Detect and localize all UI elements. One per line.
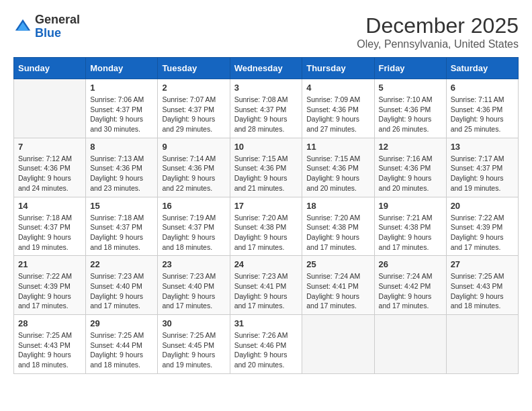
- calendar-cell: 23Sunrise: 7:23 AM Sunset: 4:40 PM Dayli…: [158, 256, 230, 315]
- day-number: 10: [234, 142, 298, 152]
- day-number: 7: [18, 142, 81, 152]
- day-content: Sunrise: 7:08 AM Sunset: 4:37 PM Dayligh…: [234, 95, 298, 134]
- day-content: Sunrise: 7:21 AM Sunset: 4:38 PM Dayligh…: [379, 213, 442, 253]
- day-number: 14: [18, 201, 81, 211]
- day-number: 28: [18, 318, 81, 328]
- day-content: Sunrise: 7:16 AM Sunset: 4:36 PM Dayligh…: [379, 154, 442, 193]
- calendar-cell: 10Sunrise: 7:15 AM Sunset: 4:36 PM Dayli…: [230, 138, 302, 197]
- day-content: Sunrise: 7:11 AM Sunset: 4:36 PM Dayligh…: [451, 95, 514, 134]
- calendar-cell: 12Sunrise: 7:16 AM Sunset: 4:36 PM Dayli…: [374, 138, 446, 197]
- day-content: Sunrise: 7:25 AM Sunset: 4:44 PM Dayligh…: [90, 330, 153, 370]
- day-content: Sunrise: 7:06 AM Sunset: 4:37 PM Dayligh…: [90, 95, 153, 134]
- calendar-cell: 17Sunrise: 7:20 AM Sunset: 4:38 PM Dayli…: [230, 197, 302, 256]
- day-content: Sunrise: 7:07 AM Sunset: 4:37 PM Dayligh…: [162, 95, 225, 134]
- day-content: Sunrise: 7:15 AM Sunset: 4:36 PM Dayligh…: [234, 154, 298, 193]
- logo-text: General Blue: [35, 13, 80, 40]
- day-content: Sunrise: 7:24 AM Sunset: 4:42 PM Dayligh…: [379, 271, 442, 311]
- day-number: 9: [162, 142, 225, 152]
- day-content: Sunrise: 7:23 AM Sunset: 4:41 PM Dayligh…: [234, 271, 298, 311]
- day-number: 29: [90, 318, 153, 328]
- day-number: 5: [379, 83, 442, 93]
- day-number: 16: [162, 201, 225, 211]
- day-number: 21: [18, 259, 81, 269]
- calendar-cell: 16Sunrise: 7:19 AM Sunset: 4:37 PM Dayli…: [158, 197, 230, 256]
- day-number: 12: [379, 142, 442, 152]
- calendar-cell: 28Sunrise: 7:25 AM Sunset: 4:43 PM Dayli…: [14, 315, 86, 374]
- logo-icon: [13, 17, 32, 36]
- calendar-table: SundayMondayTuesdayWednesdayThursdayFrid…: [13, 57, 519, 374]
- calendar-cell: 8Sunrise: 7:13 AM Sunset: 4:36 PM Daylig…: [86, 138, 158, 197]
- calendar-cell: 2Sunrise: 7:07 AM Sunset: 4:37 PM Daylig…: [158, 79, 230, 138]
- calendar-cell: 26Sunrise: 7:24 AM Sunset: 4:42 PM Dayli…: [374, 256, 446, 315]
- calendar-cell: [446, 315, 518, 374]
- calendar-cell: 11Sunrise: 7:15 AM Sunset: 4:36 PM Dayli…: [302, 138, 374, 197]
- day-number: 3: [234, 83, 298, 93]
- day-content: Sunrise: 7:13 AM Sunset: 4:36 PM Dayligh…: [90, 154, 153, 193]
- day-number: 13: [451, 142, 514, 152]
- calendar-day-header: Monday: [86, 58, 158, 79]
- logo-general: General: [35, 13, 80, 27]
- day-content: Sunrise: 7:19 AM Sunset: 4:37 PM Dayligh…: [162, 213, 225, 253]
- day-content: Sunrise: 7:12 AM Sunset: 4:36 PM Dayligh…: [18, 154, 81, 193]
- day-number: 11: [306, 142, 369, 152]
- day-number: 15: [90, 201, 153, 211]
- day-content: Sunrise: 7:22 AM Sunset: 4:39 PM Dayligh…: [18, 271, 81, 311]
- day-number: 20: [451, 201, 514, 211]
- calendar-cell: 29Sunrise: 7:25 AM Sunset: 4:44 PM Dayli…: [86, 315, 158, 374]
- calendar-cell: 14Sunrise: 7:18 AM Sunset: 4:37 PM Dayli…: [14, 197, 86, 256]
- calendar-cell: 4Sunrise: 7:09 AM Sunset: 4:36 PM Daylig…: [302, 79, 374, 138]
- calendar-cell: 20Sunrise: 7:22 AM Sunset: 4:39 PM Dayli…: [446, 197, 518, 256]
- calendar-day-header: Tuesday: [158, 58, 230, 79]
- day-content: Sunrise: 7:18 AM Sunset: 4:37 PM Dayligh…: [18, 213, 81, 253]
- day-content: Sunrise: 7:25 AM Sunset: 4:45 PM Dayligh…: [162, 330, 225, 370]
- day-content: Sunrise: 7:20 AM Sunset: 4:38 PM Dayligh…: [234, 213, 298, 253]
- day-number: 31: [234, 318, 298, 328]
- calendar-week-row: 1Sunrise: 7:06 AM Sunset: 4:37 PM Daylig…: [14, 79, 519, 138]
- location-subtitle: Oley, Pennsylvania, United States: [357, 38, 519, 50]
- day-content: Sunrise: 7:18 AM Sunset: 4:37 PM Dayligh…: [90, 213, 153, 253]
- day-number: 24: [234, 259, 298, 269]
- calendar-cell: 22Sunrise: 7:23 AM Sunset: 4:40 PM Dayli…: [86, 256, 158, 315]
- calendar-day-header: Friday: [374, 58, 446, 79]
- title-block: December 2025 Oley, Pennsylvania, United…: [357, 13, 519, 50]
- calendar-cell: [14, 79, 86, 138]
- calendar-cell: 18Sunrise: 7:20 AM Sunset: 4:38 PM Dayli…: [302, 197, 374, 256]
- day-number: 30: [162, 318, 225, 328]
- calendar-cell: 3Sunrise: 7:08 AM Sunset: 4:37 PM Daylig…: [230, 79, 302, 138]
- calendar-cell: 25Sunrise: 7:24 AM Sunset: 4:41 PM Dayli…: [302, 256, 374, 315]
- day-number: 22: [90, 259, 153, 269]
- page-header: General Blue December 2025 Oley, Pennsyl…: [13, 13, 519, 50]
- day-number: 23: [162, 259, 225, 269]
- day-content: Sunrise: 7:22 AM Sunset: 4:39 PM Dayligh…: [451, 213, 514, 253]
- calendar-cell: 5Sunrise: 7:10 AM Sunset: 4:36 PM Daylig…: [374, 79, 446, 138]
- calendar-cell: 24Sunrise: 7:23 AM Sunset: 4:41 PM Dayli…: [230, 256, 302, 315]
- calendar-cell: 30Sunrise: 7:25 AM Sunset: 4:45 PM Dayli…: [158, 315, 230, 374]
- calendar-cell: 15Sunrise: 7:18 AM Sunset: 4:37 PM Dayli…: [86, 197, 158, 256]
- day-number: 4: [306, 83, 369, 93]
- day-content: Sunrise: 7:25 AM Sunset: 4:43 PM Dayligh…: [18, 330, 81, 370]
- day-number: 17: [234, 201, 298, 211]
- day-content: Sunrise: 7:10 AM Sunset: 4:36 PM Dayligh…: [379, 95, 442, 134]
- day-content: Sunrise: 7:26 AM Sunset: 4:46 PM Dayligh…: [234, 330, 298, 370]
- calendar-week-row: 21Sunrise: 7:22 AM Sunset: 4:39 PM Dayli…: [14, 256, 519, 315]
- calendar-week-row: 7Sunrise: 7:12 AM Sunset: 4:36 PM Daylig…: [14, 138, 519, 197]
- calendar-cell: 7Sunrise: 7:12 AM Sunset: 4:36 PM Daylig…: [14, 138, 86, 197]
- calendar-day-header: Thursday: [302, 58, 374, 79]
- day-number: 18: [306, 201, 369, 211]
- calendar-cell: 27Sunrise: 7:25 AM Sunset: 4:43 PM Dayli…: [446, 256, 518, 315]
- day-content: Sunrise: 7:23 AM Sunset: 4:40 PM Dayligh…: [90, 271, 153, 311]
- day-number: 1: [90, 83, 153, 93]
- month-year-title: December 2025: [357, 13, 519, 38]
- calendar-week-row: 14Sunrise: 7:18 AM Sunset: 4:37 PM Dayli…: [14, 197, 519, 256]
- day-number: 6: [451, 83, 514, 93]
- logo-blue: Blue: [35, 27, 80, 40]
- day-content: Sunrise: 7:25 AM Sunset: 4:43 PM Dayligh…: [451, 271, 514, 311]
- day-number: 25: [306, 259, 369, 269]
- calendar-header-row: SundayMondayTuesdayWednesdayThursdayFrid…: [14, 58, 519, 79]
- day-content: Sunrise: 7:15 AM Sunset: 4:36 PM Dayligh…: [306, 154, 369, 193]
- day-content: Sunrise: 7:09 AM Sunset: 4:36 PM Dayligh…: [306, 95, 369, 134]
- day-content: Sunrise: 7:23 AM Sunset: 4:40 PM Dayligh…: [162, 271, 225, 311]
- day-number: 19: [379, 201, 442, 211]
- day-number: 8: [90, 142, 153, 152]
- calendar-day-header: Sunday: [14, 58, 86, 79]
